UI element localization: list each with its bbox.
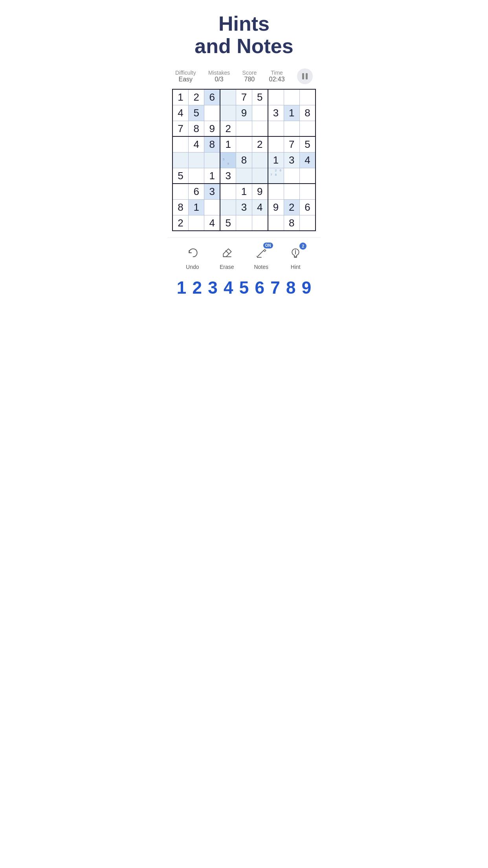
cell-3-8[interactable]: 5 <box>300 136 316 152</box>
cell-1-8[interactable]: 8 <box>300 105 316 121</box>
cell-5-4[interactable] <box>236 168 252 184</box>
cell-7-5[interactable]: 4 <box>252 199 268 215</box>
cell-4-4[interactable]: 8 <box>236 152 252 168</box>
num-btn-6[interactable]: 6 <box>253 278 267 298</box>
cell-6-4[interactable]: 1 <box>236 184 252 199</box>
cell-0-0[interactable]: 1 <box>172 89 188 105</box>
cell-8-8[interactable] <box>300 215 316 231</box>
cell-3-1[interactable]: 4 <box>188 136 204 152</box>
cell-4-8[interactable]: 4 <box>300 152 316 168</box>
cell-5-6[interactable]: 2678 <box>268 168 284 184</box>
cell-3-7[interactable]: 7 <box>284 136 299 152</box>
num-btn-7[interactable]: 7 <box>268 278 282 298</box>
page-title: Hints and Notes <box>167 0 321 65</box>
cell-0-7[interactable] <box>284 89 299 105</box>
cell-2-1[interactable]: 8 <box>188 121 204 136</box>
sudoku-grid[interactable]: 1267545931878924812755981345132678631981… <box>172 89 316 231</box>
cell-8-4[interactable] <box>236 215 252 231</box>
cell-4-6[interactable]: 1 <box>268 152 284 168</box>
cell-2-4[interactable] <box>236 121 252 136</box>
cell-0-2[interactable]: 6 <box>204 89 220 105</box>
cell-3-2[interactable]: 8 <box>204 136 220 152</box>
cell-7-4[interactable]: 3 <box>236 199 252 215</box>
cell-5-7[interactable] <box>284 168 299 184</box>
cell-1-1[interactable]: 5 <box>188 105 204 121</box>
cell-8-6[interactable] <box>268 215 284 231</box>
erase-tool[interactable]: Erase <box>218 244 235 270</box>
cell-5-5[interactable] <box>252 168 268 184</box>
cell-4-1[interactable] <box>188 152 204 168</box>
cell-6-8[interactable] <box>300 184 316 199</box>
cell-2-0[interactable]: 7 <box>172 121 188 136</box>
cell-0-3[interactable] <box>220 89 236 105</box>
cell-8-5[interactable] <box>252 215 268 231</box>
num-btn-8[interactable]: 8 <box>284 278 298 298</box>
cell-3-4[interactable] <box>236 136 252 152</box>
cell-3-6[interactable] <box>268 136 284 152</box>
cell-4-7[interactable]: 3 <box>284 152 299 168</box>
num-btn-9[interactable]: 9 <box>299 278 314 298</box>
cell-5-8[interactable] <box>300 168 316 184</box>
cell-8-2[interactable]: 4 <box>204 215 220 231</box>
num-btn-2[interactable]: 2 <box>190 278 204 298</box>
cell-0-1[interactable]: 2 <box>188 89 204 105</box>
num-btn-5[interactable]: 5 <box>237 278 251 298</box>
cell-7-3[interactable] <box>220 199 236 215</box>
cell-2-2[interactable]: 9 <box>204 121 220 136</box>
svg-rect-0 <box>302 73 304 79</box>
cell-8-1[interactable] <box>188 215 204 231</box>
cell-2-3[interactable]: 2 <box>220 121 236 136</box>
cell-5-1[interactable] <box>188 168 204 184</box>
undo-icon <box>184 244 201 261</box>
cell-2-8[interactable] <box>300 121 316 136</box>
cell-0-6[interactable] <box>268 89 284 105</box>
cell-2-6[interactable] <box>268 121 284 136</box>
cell-4-3[interactable]: 59 <box>220 152 236 168</box>
cell-0-4[interactable]: 7 <box>236 89 252 105</box>
cell-8-0[interactable]: 2 <box>172 215 188 231</box>
num-btn-1[interactable]: 1 <box>174 278 189 298</box>
pause-button[interactable] <box>297 68 313 84</box>
cell-4-0[interactable] <box>172 152 188 168</box>
num-btn-4[interactable]: 4 <box>221 278 235 298</box>
cell-7-0[interactable]: 8 <box>172 199 188 215</box>
cell-6-6[interactable] <box>268 184 284 199</box>
hint-tool[interactable]: 2 Hint <box>287 244 304 270</box>
cell-3-3[interactable]: 1 <box>220 136 236 152</box>
cell-1-2[interactable] <box>204 105 220 121</box>
cell-1-0[interactable]: 4 <box>172 105 188 121</box>
cell-6-7[interactable] <box>284 184 299 199</box>
cell-5-2[interactable]: 1 <box>204 168 220 184</box>
cell-6-3[interactable] <box>220 184 236 199</box>
cell-7-7[interactable]: 2 <box>284 199 299 215</box>
svg-line-4 <box>258 251 264 257</box>
undo-tool[interactable]: Undo <box>184 244 201 270</box>
cell-4-2[interactable] <box>204 152 220 168</box>
cell-8-3[interactable]: 5 <box>220 215 236 231</box>
cell-7-1[interactable]: 1 <box>188 199 204 215</box>
cell-6-1[interactable]: 6 <box>188 184 204 199</box>
cell-5-3[interactable]: 3 <box>220 168 236 184</box>
notes-tool[interactable]: ON Notes <box>253 244 270 270</box>
num-btn-3[interactable]: 3 <box>205 278 220 298</box>
cell-7-8[interactable]: 6 <box>300 199 316 215</box>
cell-5-0[interactable]: 5 <box>172 168 188 184</box>
cell-7-6[interactable]: 9 <box>268 199 284 215</box>
cell-6-0[interactable] <box>172 184 188 199</box>
cell-1-3[interactable] <box>220 105 236 121</box>
cell-7-2[interactable] <box>204 199 220 215</box>
cell-4-5[interactable] <box>252 152 268 168</box>
cell-1-7[interactable]: 1 <box>284 105 299 121</box>
cell-3-0[interactable] <box>172 136 188 152</box>
cell-2-7[interactable] <box>284 121 299 136</box>
cell-2-5[interactable] <box>252 121 268 136</box>
cell-0-5[interactable]: 5 <box>252 89 268 105</box>
cell-8-7[interactable]: 8 <box>284 215 299 231</box>
cell-3-5[interactable]: 2 <box>252 136 268 152</box>
cell-1-4[interactable]: 9 <box>236 105 252 121</box>
cell-1-5[interactable] <box>252 105 268 121</box>
cell-6-5[interactable]: 9 <box>252 184 268 199</box>
cell-1-6[interactable]: 3 <box>268 105 284 121</box>
cell-6-2[interactable]: 3 <box>204 184 220 199</box>
cell-0-8[interactable] <box>300 89 316 105</box>
